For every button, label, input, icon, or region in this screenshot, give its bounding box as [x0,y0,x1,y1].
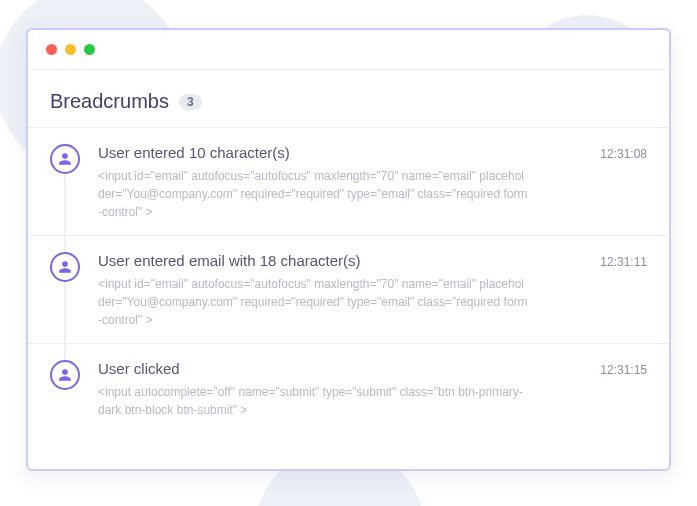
breadcrumb-content: User entered 10 character(s)<input id="e… [98,144,569,221]
timeline-icon-col [50,252,80,329]
breadcrumb-row: User clicked<input autocomplete="off" na… [28,344,669,433]
window-titlebar [28,30,669,70]
breadcrumb-title: User clicked [98,360,561,377]
breadcrumb-detail: <input autocomplete="off" name="submit" … [98,383,528,419]
breadcrumb-time-col: 12:31:11 [587,252,647,329]
breadcrumb-timestamp: 12:31:08 [600,147,647,161]
breadcrumb-timestamp: 12:31:11 [600,255,647,269]
app-window: Breadcrumbs 3 User entered 10 character(… [26,28,671,471]
maximize-icon[interactable] [84,44,95,55]
breadcrumb-time-col: 12:31:08 [587,144,647,221]
breadcrumb-content: User entered email with 18 character(s)<… [98,252,569,329]
user-icon [50,144,80,174]
breadcrumb-row: User entered 10 character(s)<input id="e… [28,128,669,236]
timeline-line [65,174,66,236]
user-icon [50,360,80,390]
breadcrumb-timestamp: 12:31:15 [600,363,647,377]
timeline-line [65,282,66,344]
timeline-line [65,236,66,252]
breadcrumb-title: User entered 10 character(s) [98,144,561,161]
user-icon [50,252,80,282]
minimize-icon[interactable] [65,44,76,55]
breadcrumb-detail: <input id="email" autofocus="autofocus" … [98,275,528,329]
breadcrumb-title: User entered email with 18 character(s) [98,252,561,269]
timeline-icon-col [50,360,80,419]
breadcrumb-detail: <input id="email" autofocus="autofocus" … [98,167,528,221]
panel-header: Breadcrumbs 3 [28,70,669,128]
timeline-line [65,344,66,360]
timeline-icon-col [50,144,80,221]
page-title: Breadcrumbs [50,90,169,113]
breadcrumb-timeline: User entered 10 character(s)<input id="e… [28,128,669,469]
breadcrumb-row: User entered email with 18 character(s)<… [28,236,669,344]
count-badge: 3 [179,94,202,110]
close-icon[interactable] [46,44,57,55]
breadcrumb-content: User clicked<input autocomplete="off" na… [98,360,569,419]
breadcrumb-time-col: 12:31:15 [587,360,647,419]
